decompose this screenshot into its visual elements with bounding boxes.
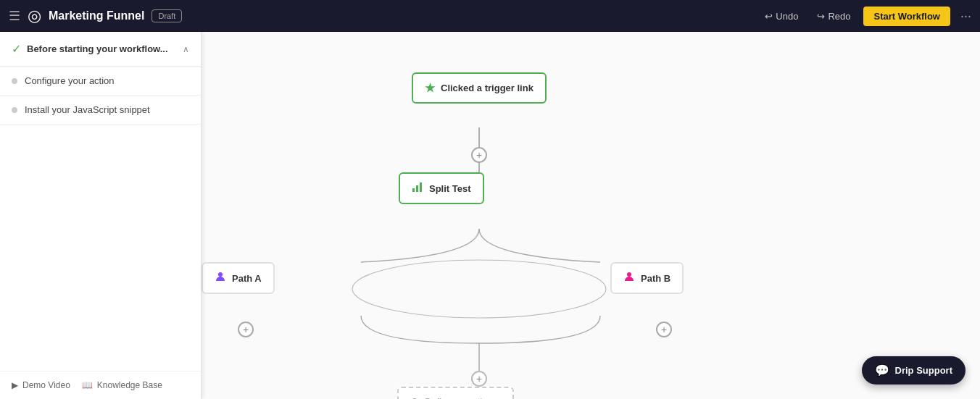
app-title: Marketing Funnel xyxy=(49,9,144,22)
split-test-icon xyxy=(412,181,423,196)
connector-lines xyxy=(202,32,980,399)
check-icon: ✓ xyxy=(12,42,21,56)
svg-rect-5 xyxy=(416,185,418,192)
sidebar-header-title: Before starting your workflow... xyxy=(27,43,168,54)
demo-video-link[interactable]: ▶ Demo Video xyxy=(12,380,70,390)
chevron-up-icon[interactable]: ∧ xyxy=(183,44,189,54)
sidebar-item-install[interactable]: Install your JavaScript snippet xyxy=(0,96,201,125)
video-icon: ▶ xyxy=(12,380,18,390)
svg-point-8 xyxy=(627,272,631,277)
demo-video-label: Demo Video xyxy=(22,380,70,390)
sidebar-item-install-label: Install your JavaScript snippet xyxy=(25,104,150,115)
add-after-path-b-button[interactable]: + xyxy=(656,322,672,337)
drip-support-icon: 💬 xyxy=(875,364,889,377)
add-after-path-a-button[interactable]: + xyxy=(238,322,254,337)
drip-support-button[interactable]: 💬 Drip Support xyxy=(862,356,966,385)
trigger-node-label: Clicked a trigger link xyxy=(441,83,533,93)
undo-icon: ↩ xyxy=(765,11,773,22)
path-a-node-label: Path A xyxy=(232,273,262,284)
item-dot-icon xyxy=(12,107,17,113)
app-logo: ◎ xyxy=(28,7,41,25)
path-b-icon xyxy=(623,271,635,285)
sidebar-header-left: ✓ Before starting your workflow... xyxy=(12,42,168,56)
define-action-label: Define an action... xyxy=(425,396,501,400)
add-after-trigger-button[interactable]: + xyxy=(471,147,487,163)
add-after-merge-button[interactable]: + xyxy=(471,371,487,387)
undo-button[interactable]: ↩ Undo xyxy=(759,8,804,25)
svg-rect-6 xyxy=(420,182,422,192)
start-workflow-button[interactable]: Start Workflow xyxy=(863,7,950,26)
split-test-node-label: Split Test xyxy=(429,183,471,194)
svg-point-3 xyxy=(352,260,606,318)
knowledge-base-label: Knowledge Base xyxy=(97,380,162,390)
svg-rect-4 xyxy=(412,188,415,192)
drip-support-label: Drip Support xyxy=(895,365,952,376)
define-action-icon: ⊕ xyxy=(410,395,419,399)
item-dot-icon xyxy=(12,78,17,84)
redo-button[interactable]: ↪ Redo xyxy=(811,8,856,25)
redo-label: Redo xyxy=(828,11,850,22)
path-a-node[interactable]: Path A xyxy=(202,262,275,294)
path-b-node-label: Path B xyxy=(641,273,670,284)
trigger-star-icon: ★ xyxy=(425,81,435,95)
sidebar-footer: ▶ Demo Video 📖 Knowledge Base xyxy=(0,371,201,399)
more-options-icon[interactable]: ··· xyxy=(960,9,971,24)
workflow-canvas: + ★ Clicked a trigger link + Split Test xyxy=(202,32,980,399)
redo-icon: ↪ xyxy=(817,11,825,22)
sidebar-item-configure-label: Configure your action xyxy=(25,75,115,86)
menu-icon[interactable]: ☰ xyxy=(9,8,20,24)
trigger-node[interactable]: ★ Clicked a trigger link xyxy=(412,72,547,104)
sidebar-panel: ✓ Before starting your workflow... ∧ Con… xyxy=(0,32,202,399)
sidebar-item-configure[interactable]: Configure your action xyxy=(0,67,201,96)
draft-badge: Draft xyxy=(151,9,182,22)
split-test-node[interactable]: Split Test xyxy=(399,172,484,204)
sidebar-header: ✓ Before starting your workflow... ∧ xyxy=(0,32,201,67)
undo-label: Undo xyxy=(776,11,798,22)
app-header: ☰ ◎ Marketing Funnel Draft ↩ Undo ↪ Redo… xyxy=(0,0,980,32)
path-a-icon xyxy=(215,271,226,285)
book-icon: 📖 xyxy=(82,380,93,390)
knowledge-base-link[interactable]: 📖 Knowledge Base xyxy=(82,380,162,390)
svg-point-7 xyxy=(218,272,223,277)
main-area: ✓ Before starting your workflow... ∧ Con… xyxy=(0,32,980,399)
path-b-node[interactable]: Path B xyxy=(610,262,684,294)
define-action-node[interactable]: ⊕ Define an action... xyxy=(397,387,514,399)
